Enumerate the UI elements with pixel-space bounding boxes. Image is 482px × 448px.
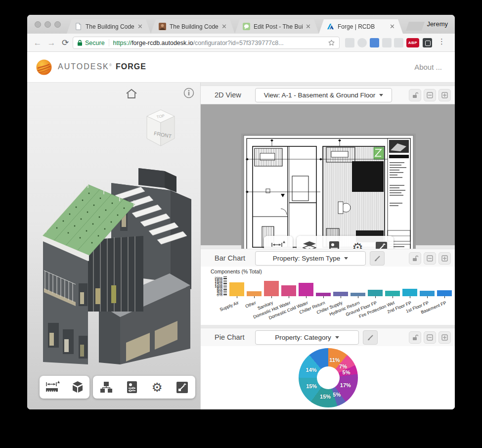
tab-title: Edit Post - The Buil (254, 23, 303, 30)
browser-toolbar: ← → ⟳ Secure https://forge-rcdb.autodesk… (27, 34, 455, 52)
tab-close-icon[interactable]: ✕ (137, 23, 143, 30)
tab-forge-rcdb-active[interactable]: Forge | RCDB ✕ (319, 19, 403, 34)
extension-icon-2[interactable] (357, 38, 367, 47)
bookmark-star-icon[interactable] (328, 39, 335, 46)
bar[interactable]: Chiller Return (316, 280, 331, 296)
bar[interactable]: 1st Floor FP (420, 280, 435, 296)
info-icon[interactable] (183, 88, 194, 98)
bar-rect[interactable] (420, 291, 435, 296)
extension-icon-1[interactable] (345, 38, 354, 47)
bar-rect[interactable] (299, 283, 313, 296)
panel-header-2d-view: 2D View View: A-1 - Basement & Ground Fl… (201, 86, 455, 104)
extension-icon-4[interactable] (394, 38, 403, 47)
model-structure-icon[interactable] (100, 381, 113, 394)
bar-rect[interactable] (316, 293, 331, 296)
traffic-light-zoom[interactable] (54, 21, 61, 28)
x-tick (358, 296, 358, 298)
properties-icon[interactable] (126, 381, 138, 394)
expand-panel-icon (441, 334, 448, 341)
adblock-plus-icon[interactable]: ABP (406, 38, 419, 47)
bar-rect[interactable] (368, 290, 383, 296)
pie-segment-label: 15% (306, 383, 317, 389)
traffic-light-minimize[interactable] (44, 21, 51, 28)
tab-close-icon[interactable]: ✕ (221, 23, 227, 30)
fullscreen-icon[interactable] (176, 381, 188, 394)
panel-title-bar-chart: Bar Chart (215, 254, 245, 262)
bar-rect[interactable] (402, 289, 417, 296)
browser-window: The Building Coder ✕ The Building Coder:… (27, 15, 455, 409)
bar[interactable]: Hydronic Return (351, 280, 365, 296)
panel-collapse-button[interactable] (424, 252, 436, 265)
bar-rect[interactable] (281, 285, 296, 296)
bar[interactable]: Domestic Hot Water (281, 280, 296, 296)
panel-expand-button[interactable] (438, 331, 451, 344)
tab-building-coder-1[interactable]: The Building Coder ✕ (67, 19, 151, 34)
document-icon (75, 23, 82, 30)
bar-property-dropdown[interactable]: Property: System Type (255, 251, 366, 266)
address-bar[interactable]: Secure https://forge-rcdb.autodesk.io/co… (73, 37, 340, 49)
panel-expand-button[interactable] (438, 252, 451, 265)
panel-lock-button[interactable] (409, 252, 421, 265)
measure-tool-icon[interactable] (44, 380, 61, 394)
donut-hole (317, 366, 340, 389)
bar[interactable]: Supply Air (229, 280, 244, 296)
browser-profile-name[interactable]: Jeremy (427, 20, 448, 28)
caret-down-icon (344, 257, 348, 260)
panel-lock-button[interactable] (409, 331, 421, 344)
panel-title-2d-view: 2D View (215, 91, 241, 99)
tab-edit-post[interactable]: Edit Post - The Buil ✕ (235, 19, 319, 34)
tab-close-icon[interactable]: ✕ (306, 23, 311, 30)
translate-extension-icon[interactable] (370, 38, 379, 47)
bar-theme-brush-button[interactable] (370, 251, 385, 266)
viewer-3d[interactable]: TOP FRONT (27, 83, 200, 409)
pie-theme-brush-button[interactable] (363, 330, 378, 345)
view-selector-dropdown[interactable]: View: A-1 - Basement & Ground Floor (255, 88, 392, 102)
panel-expand-button[interactable] (438, 89, 451, 101)
extension-icon-3[interactable] (382, 38, 392, 47)
settings-gear-icon[interactable]: ⚙ (151, 381, 162, 394)
site-header: AUTODESK®FORGE About ... (27, 52, 455, 83)
collapse-panel-icon (427, 92, 433, 98)
bar[interactable]: Other (247, 280, 262, 296)
x-tick (306, 296, 307, 298)
sheet-viewer-2d[interactable]: ⚙ (201, 104, 455, 245)
model-explode-icon[interactable] (71, 380, 85, 394)
panel-collapse-button[interactable] (424, 89, 436, 101)
bar[interactable]: Domestic Cold Water (299, 280, 313, 296)
bar-rect[interactable] (229, 282, 244, 296)
viewer-toolbar-right: ⚙ (93, 376, 195, 399)
collapse-panel-icon (427, 334, 433, 341)
bar[interactable]: Fire Protection Wet (385, 280, 400, 296)
pie-property-dropdown[interactable]: Property: Category (255, 330, 359, 345)
bar[interactable]: 2nd Floor FP (402, 280, 417, 296)
view-selector-value: View: A-1 - Basement & Ground Floor (264, 91, 376, 99)
building-model[interactable] (37, 141, 193, 366)
bar-x-label: Other (245, 300, 257, 309)
panel-collapse-button[interactable] (424, 331, 436, 344)
bar-rect[interactable] (264, 281, 279, 296)
bar-rect[interactable] (351, 293, 365, 296)
pie-chart-donut[interactable]: 11%7%5%17%5%15%15%14% (299, 348, 358, 407)
about-link[interactable]: About ... (414, 63, 442, 71)
home-icon[interactable] (125, 88, 138, 100)
back-button[interactable]: ← (32, 38, 43, 48)
tab-building-coder-2[interactable]: The Building Coder: ✕ (151, 19, 235, 34)
bar[interactable]: Basement FP (437, 280, 452, 296)
new-tab-button[interactable] (406, 22, 425, 31)
x-tick (444, 296, 445, 298)
tab-close-icon[interactable]: ✕ (390, 23, 395, 30)
bar-rect[interactable] (333, 292, 348, 296)
browser-menu-icon[interactable]: ⋮ (438, 37, 445, 46)
panel-lock-button[interactable] (409, 89, 421, 101)
bar[interactable]: Chiller Supply (333, 280, 348, 296)
reload-button[interactable]: ⟳ (60, 38, 71, 48)
bar[interactable]: Sanitary (264, 280, 279, 296)
extension-icon-5[interactable] (423, 38, 432, 47)
bar-rect[interactable] (385, 291, 400, 296)
y-tick-mark (223, 289, 227, 290)
forward-button[interactable]: → (46, 38, 57, 48)
bar-rect[interactable] (437, 290, 452, 296)
bar-rect[interactable] (247, 291, 262, 296)
bar[interactable]: Ground Floor FP (368, 280, 383, 296)
traffic-light-close[interactable] (35, 21, 41, 28)
